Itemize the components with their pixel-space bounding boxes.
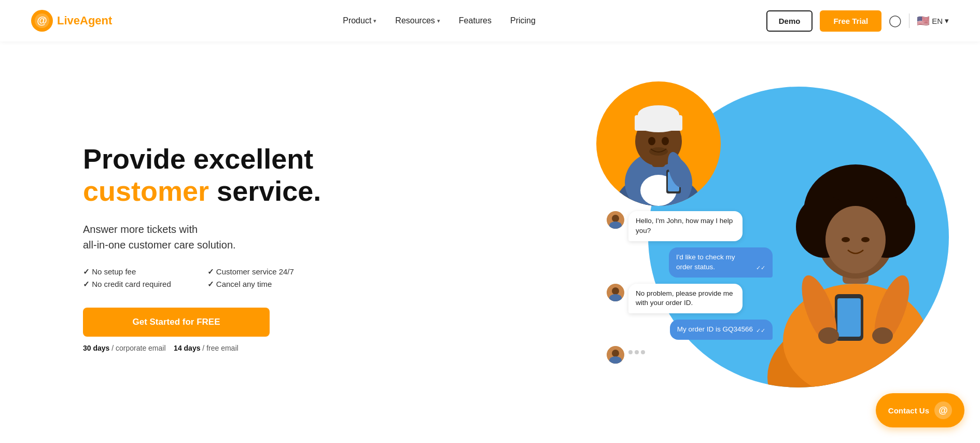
- svg-text:@: @: [37, 15, 47, 26]
- chat-bubble-3: No problem, please provide me with your …: [628, 284, 743, 314]
- nav-actions: Demo Free Trial ◯ 🇺🇸 EN ▾: [766, 10, 949, 32]
- resources-chevron: ▾: [437, 18, 440, 24]
- svg-rect-14: [837, 298, 861, 337]
- svg-point-11: [842, 237, 850, 242]
- check-service: Customer service 24/7: [207, 267, 321, 276]
- chat-area: Hello, I'm John, how may I help you? I'd…: [607, 211, 773, 364]
- typing-indicator: [628, 346, 645, 358]
- demo-button[interactable]: Demo: [766, 10, 813, 32]
- svg-point-28: [662, 137, 669, 145]
- navbar: @ LiveAgent Product ▾ Resources ▾ Featur…: [0, 0, 980, 41]
- svg-point-37: [612, 287, 619, 295]
- hero-left: Provide excellent customer service. Answ…: [83, 143, 321, 352]
- get-started-button[interactable]: Get Started for FREE: [83, 308, 270, 337]
- contact-us-button[interactable]: Contact Us @: [876, 393, 964, 427]
- svg-point-10: [825, 206, 886, 273]
- nav-divider: [909, 13, 909, 28]
- headline-orange: customer: [83, 175, 209, 206]
- resources-label: Resources: [395, 16, 435, 25]
- hero-subtext: Answer more tickets with all-in-one cust…: [83, 222, 321, 253]
- logo[interactable]: @ LiveAgent: [31, 10, 112, 32]
- chat-row-3: No problem, please provide me with your …: [607, 284, 773, 314]
- nav-pricing[interactable]: Pricing: [510, 16, 536, 25]
- headline-line1: Provide excellent: [83, 143, 313, 174]
- chat-text-3: No problem, please provide me with your …: [636, 289, 733, 307]
- hero-section: Provide excellent customer service. Answ…: [0, 41, 980, 443]
- product-chevron: ▾: [373, 18, 376, 24]
- trial-days-2: 14 days: [174, 344, 200, 352]
- double-check-icon: ✓✓: [756, 264, 765, 272]
- typing-dot-3: [641, 350, 645, 354]
- check-no-card: No credit card required: [83, 280, 197, 289]
- typing-dot-1: [628, 350, 633, 354]
- free-trial-button[interactable]: Free Trial: [820, 10, 881, 32]
- hero-headline: Provide excellent customer service.: [83, 143, 321, 207]
- man-illustration: [596, 81, 721, 206]
- flag-icon: 🇺🇸: [917, 15, 930, 27]
- hero-trial-info: 30 days / corporate email 14 days / free…: [83, 344, 321, 352]
- chat-text-2: I'd like to check my order status.: [676, 253, 753, 272]
- trial-text-2: / free email: [200, 344, 238, 352]
- check-cancel: Cancel any time: [207, 280, 321, 289]
- svg-point-17: [818, 327, 839, 344]
- headline-line2: service.: [217, 175, 321, 206]
- svg-point-29: [649, 147, 668, 156]
- svg-point-40: [612, 350, 619, 357]
- subtext-line2: all-in-one customer care solution.: [83, 239, 236, 251]
- lang-selector[interactable]: 🇺🇸 EN ▾: [917, 15, 949, 27]
- nav-features[interactable]: Features: [459, 16, 492, 25]
- chat-row-2: I'd like to check my order status. ✓✓: [607, 247, 773, 278]
- nav-resources[interactable]: Resources ▾: [395, 16, 440, 25]
- trial-days-1: 30 days: [83, 344, 109, 352]
- user-icon[interactable]: ◯: [889, 14, 902, 27]
- lang-code: EN: [932, 17, 943, 25]
- trial-text-1: / corporate email: [109, 344, 165, 352]
- product-label: Product: [343, 16, 371, 25]
- hero-illustration: Hello, I'm John, how may I help you? I'd…: [576, 76, 928, 419]
- contact-label: Contact Us: [888, 406, 929, 415]
- chat-row-typing: [607, 346, 773, 364]
- double-check-icon-2: ✓✓: [756, 327, 765, 335]
- chat-text-4: My order ID is GQ34566: [677, 325, 753, 335]
- svg-point-27: [648, 137, 655, 145]
- svg-point-34: [612, 215, 619, 222]
- logo-text: LiveAgent: [57, 14, 112, 27]
- orange-circle-man: [596, 81, 721, 206]
- typing-dot-2: [635, 350, 639, 354]
- avatar-john-2: [607, 284, 624, 301]
- chat-bubble-2: I'd like to check my order status. ✓✓: [669, 247, 773, 278]
- check-no-setup: No setup fee: [83, 267, 197, 276]
- nav-product[interactable]: Product ▾: [343, 16, 376, 25]
- pricing-label: Pricing: [510, 16, 536, 25]
- chat-row-4: My order ID is GQ34566 ✓✓: [607, 320, 773, 340]
- features-label: Features: [459, 16, 492, 25]
- avatar-john: [607, 211, 624, 229]
- nav-links: Product ▾ Resources ▾ Features Pricing: [343, 16, 536, 25]
- svg-point-26: [638, 105, 679, 124]
- chat-text-1: Hello, I'm John, how may I help you?: [636, 217, 733, 234]
- chat-row-1: Hello, I'm John, how may I help you?: [607, 211, 773, 241]
- chat-bubble-4: My order ID is GQ34566 ✓✓: [670, 320, 773, 340]
- subtext-line1: Answer more tickets with: [83, 224, 198, 235]
- svg-point-18: [872, 327, 893, 344]
- contact-icon-circle: @: [934, 402, 952, 419]
- chat-bubble-1: Hello, I'm John, how may I help you?: [628, 211, 743, 241]
- hero-checklist: No setup fee Customer service 24/7 No cr…: [83, 267, 321, 289]
- avatar-typing: [607, 346, 624, 364]
- lang-chevron: ▾: [945, 16, 949, 25]
- at-icon: @: [939, 405, 948, 416]
- svg-point-12: [861, 237, 870, 242]
